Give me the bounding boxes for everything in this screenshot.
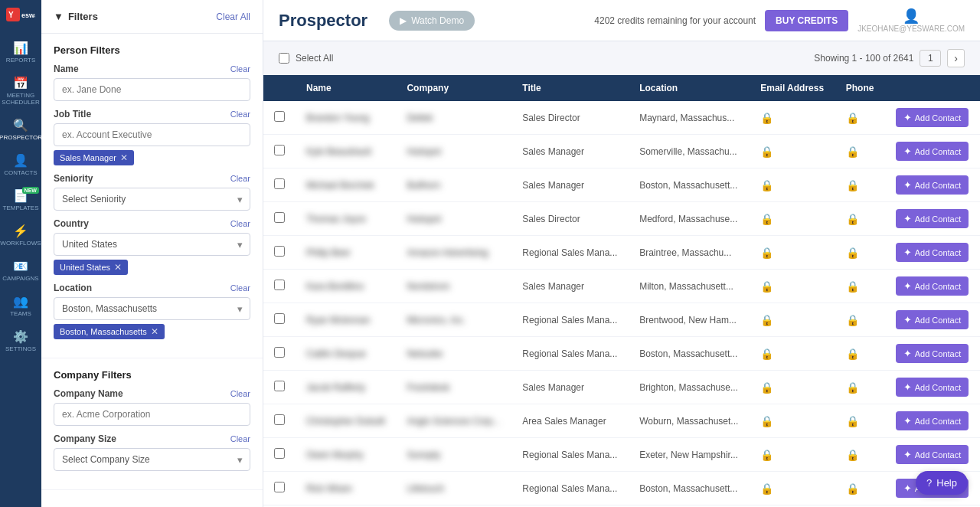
country-select[interactable]: United States (54, 233, 250, 256)
row-email: 🔒 (750, 337, 835, 371)
country-tag-remove[interactable]: ✕ (114, 262, 122, 273)
location-select[interactable]: Boston, Massachusetts (54, 297, 250, 320)
name-input[interactable] (54, 78, 250, 101)
email-lock-icon: 🔒 (760, 449, 773, 461)
row-title: Sales Manager (511, 135, 629, 168)
row-checkbox[interactable] (274, 178, 285, 189)
company-name-clear-button[interactable]: Clear (230, 389, 250, 398)
add-contact-button[interactable]: ✦Add Contact (896, 378, 969, 397)
row-name: Philip Beer (296, 236, 396, 270)
help-button[interactable]: ? Help (916, 471, 968, 495)
job-title-field-header: Job Title Clear (54, 109, 250, 119)
row-checkbox[interactable] (274, 280, 285, 290)
table-row: Kyle Beaudrault Hubspot Sales Manager So… (263, 135, 980, 168)
add-contact-button[interactable]: ✦Add Contact (896, 175, 969, 195)
row-checkbox[interactable] (274, 212, 285, 223)
sidebar-item-meeting-scheduler[interactable]: 📅MEETING SCHEDULER (0, 70, 45, 112)
help-label: Help (936, 477, 957, 489)
select-all-checkbox[interactable] (279, 53, 289, 64)
sidebar-item-settings[interactable]: ⚙️SETTINGS (0, 323, 45, 358)
row-company: Freshdesk (396, 371, 511, 404)
sidebar-item-workflows[interactable]: ⚡WORKFLOWS (0, 218, 45, 253)
add-contact-button[interactable]: ✦Add Contact (896, 108, 969, 127)
row-checkbox[interactable] (274, 246, 285, 257)
user-email: JKEOHANE@YESWARE.COM (858, 25, 965, 33)
sidebar-item-reports[interactable]: 📊REPORTS (0, 34, 45, 70)
job-title-tag-remove[interactable]: ✕ (120, 152, 128, 163)
location-tag-remove[interactable]: ✕ (151, 326, 158, 337)
nav-label-teams: TEAMS (10, 310, 31, 317)
play-icon: ▶ (400, 15, 407, 26)
plus-icon: ✦ (903, 179, 912, 191)
logo[interactable]: Y esware (6, 8, 35, 25)
add-contact-button[interactable]: ✦Add Contact (896, 209, 969, 228)
email-lock-icon: 🔒 (760, 280, 773, 293)
add-contact-button[interactable]: ✦Add Contact (896, 344, 969, 363)
seniority-clear-button[interactable]: Clear (230, 174, 250, 183)
add-contact-button[interactable]: ✦Add Contact (896, 411, 969, 430)
watch-demo-button[interactable]: ▶ Watch Demo (389, 11, 475, 31)
th-name: Name (296, 75, 396, 101)
plus-icon: ✦ (903, 381, 912, 393)
row-company: Anglo Sciences Corp... (396, 404, 511, 438)
sidebar-item-campaigns[interactable]: 📧CAMPAIGNS (0, 253, 45, 288)
add-contact-button[interactable]: ✦Add Contact (896, 243, 969, 262)
plus-icon: ✦ (903, 415, 912, 427)
add-contact-button[interactable]: ✦Add Contact (896, 142, 969, 161)
row-title: Sales Manager (511, 270, 629, 303)
company-size-select[interactable]: Select Company Size (54, 448, 250, 471)
row-name: Brandon Young (296, 101, 396, 135)
settings-icon: ⚙️ (13, 329, 28, 344)
buy-credits-button[interactable]: BUY CREDITS (765, 10, 848, 31)
country-clear-button[interactable]: Clear (230, 219, 250, 228)
row-title: Regional Sales Mana... (511, 236, 629, 270)
sidebar-item-prospector[interactable]: 🔍PROSPECTOR (0, 112, 45, 147)
user-menu[interactable]: 👤 JKEOHANE@YESWARE.COM (858, 8, 965, 33)
row-checkbox-cell (263, 337, 296, 371)
name-clear-button[interactable]: Clear (230, 64, 250, 74)
row-checkbox[interactable] (274, 381, 285, 391)
seniority-select-wrapper: Select Seniority ▾ (54, 188, 250, 211)
row-title: Regional Sales Mana... (511, 438, 629, 472)
row-checkbox-cell (263, 438, 296, 472)
row-company: Deltek (396, 101, 511, 135)
sidebar-item-contacts[interactable]: 👤CONTACTS (0, 147, 45, 182)
row-checkbox[interactable] (274, 111, 285, 122)
row-checkbox[interactable] (274, 313, 285, 324)
row-checkbox-cell (263, 135, 296, 168)
add-contact-button[interactable]: ✦Add Contact (896, 276, 969, 296)
results-table: Name Company Title Location Email Addres… (263, 75, 980, 507)
seniority-select[interactable]: Select Seniority (54, 188, 250, 211)
row-action: ✦Add Contact (885, 303, 980, 337)
th-action (885, 75, 980, 101)
row-checkbox[interactable] (274, 448, 285, 459)
row-checkbox[interactable] (274, 145, 285, 155)
row-checkbox[interactable] (274, 482, 285, 492)
row-title: Area Sales Manager (511, 404, 629, 438)
company-name-input[interactable] (54, 403, 250, 426)
row-email: 🔒 (750, 371, 835, 404)
row-checkbox[interactable] (274, 347, 285, 358)
plus-icon: ✦ (903, 112, 912, 123)
add-contact-button[interactable]: ✦Add Contact (896, 310, 969, 329)
sidebar-item-teams[interactable]: 👥TEAMS (0, 288, 45, 323)
row-email: 🔒 (750, 101, 835, 135)
row-location: Medford, Massachuse... (629, 202, 750, 236)
table-row: Jacob Rafferty Freshdesk Sales Manager B… (263, 371, 980, 404)
clear-all-button[interactable]: Clear All (216, 11, 250, 22)
company-name-field-header: Company Name Clear (54, 388, 250, 399)
plus-icon: ✦ (903, 348, 912, 359)
location-clear-button[interactable]: Clear (230, 283, 250, 293)
sidebar-item-templates[interactable]: 📄TEMPLATESNEW (0, 182, 45, 218)
row-phone: 🔒 (835, 236, 885, 270)
add-contact-button[interactable]: ✦Add Contact (896, 445, 969, 464)
company-size-clear-button[interactable]: Clear (230, 434, 250, 443)
job-title-clear-button[interactable]: Clear (230, 110, 250, 119)
svg-text:esware: esware (21, 11, 35, 19)
row-name: Caitlin Despue (296, 337, 396, 371)
row-action: ✦Add Contact (885, 404, 980, 438)
row-action: ✦Add Contact (885, 135, 980, 168)
next-page-button[interactable]: › (947, 49, 965, 67)
row-checkbox[interactable] (274, 414, 285, 425)
job-title-input[interactable] (54, 123, 250, 146)
